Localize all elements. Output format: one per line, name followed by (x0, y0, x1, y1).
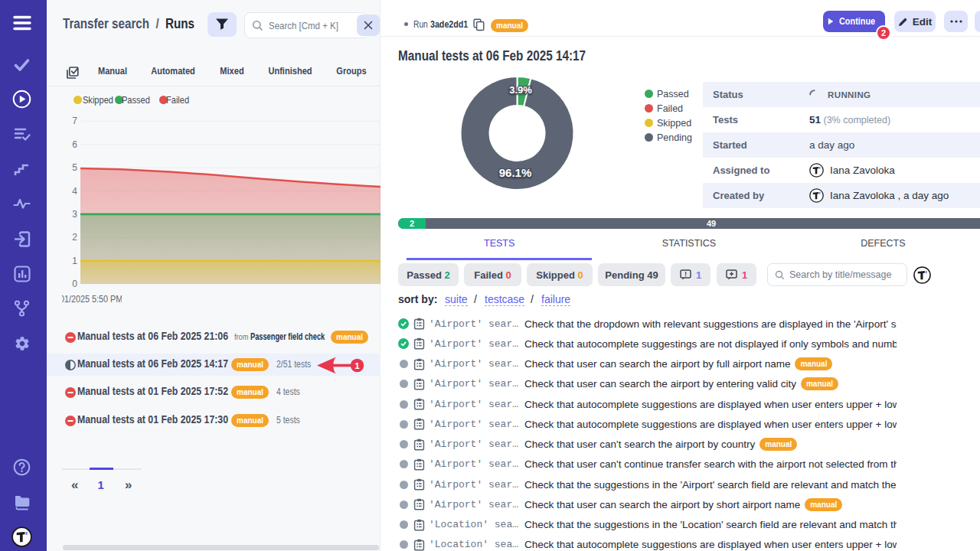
svg-text:2: 2 (72, 232, 77, 243)
svg-text:7: 7 (72, 116, 77, 126)
svg-text:3.9%: 3.9% (509, 84, 532, 96)
svg-text:3: 3 (72, 209, 77, 220)
svg-text:4: 4 (72, 186, 77, 197)
svg-text:6: 6 (72, 139, 77, 150)
svg-text:5: 5 (72, 162, 77, 173)
svg-text:0: 0 (72, 279, 77, 289)
svg-text:96.1%: 96.1% (499, 166, 532, 179)
svg-text:1: 1 (354, 361, 360, 370)
svg-text:1: 1 (72, 256, 77, 266)
